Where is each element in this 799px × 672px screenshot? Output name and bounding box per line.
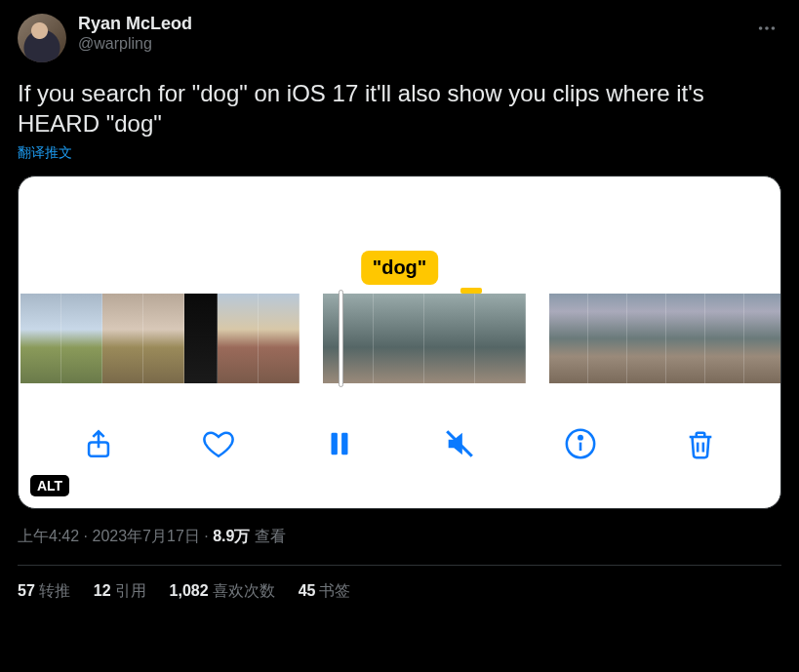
tweet-meta[interactable]: 上午4:42 · 2023年7月17日 · 8.9万 查看 [18,527,781,547]
thumbnail [588,294,627,383]
meta-date: 2023年7月17日 [92,528,199,544]
svg-point-9 [579,436,581,439]
thumbnail [627,294,666,383]
thumbnail [218,294,259,383]
thumbnail [549,294,588,383]
tweet-text: If you search for "dog" on iOS 17 it'll … [18,78,781,138]
display-name: Ryan McLeod [78,14,781,34]
thumbnail [20,294,61,383]
thumbnail [143,294,184,383]
svg-rect-5 [341,433,347,455]
mute-icon[interactable] [443,427,476,464]
meta-views-label: 查看 [255,528,286,544]
user-handle: @warpling [78,35,781,53]
thumbnail [259,294,300,383]
media-inner: "dog" [19,177,780,508]
info-icon[interactable] [564,427,597,464]
clip-group-2[interactable] [323,294,526,383]
search-match-tag: "dog" [361,251,439,285]
clip-group-1[interactable] [20,294,300,383]
share-icon[interactable] [82,427,115,464]
thumbnail [666,294,705,383]
stat-likes[interactable]: 1,082喜欢次数 [170,581,275,602]
svg-rect-4 [331,433,337,455]
translate-link[interactable]: 翻译推文 [18,144,72,162]
heart-icon[interactable] [202,427,235,464]
pause-icon[interactable] [323,427,356,464]
svg-point-2 [772,26,776,30]
more-icon[interactable] [752,14,781,47]
tweet-header: Ryan McLeod @warpling [18,14,781,62]
thumbnail [61,294,102,383]
meta-time: 上午4:42 [18,528,79,544]
timeline-thumbnails[interactable] [19,294,780,383]
divider [18,565,781,566]
thumbnail [475,294,526,383]
thumbnail [705,294,744,383]
meta-views-value: 8.9万 [213,528,250,544]
media-top-area: "dog" [19,177,780,294]
thumbnail [323,294,374,383]
media-card[interactable]: "dog" [18,176,781,509]
thumbnail [184,294,218,383]
tweet-container: Ryan McLeod @warpling If you search for … [0,0,799,615]
trash-icon[interactable] [684,427,717,464]
alt-badge[interactable]: ALT [30,475,69,496]
avatar[interactable] [18,14,66,62]
playhead[interactable] [339,290,343,387]
thumbnail [102,294,143,383]
stat-quotes[interactable]: 12引用 [94,581,146,602]
media-toolbar [19,383,780,508]
user-names[interactable]: Ryan McLeod @warpling [78,14,781,53]
thumbnail [424,294,475,383]
tweet-stats: 57转推 12引用 1,082喜欢次数 45书签 [18,581,781,602]
thumbnail [374,294,424,383]
thumbnail [744,294,781,383]
clip-group-3[interactable] [549,294,781,383]
stat-bookmarks[interactable]: 45书签 [299,581,351,602]
stat-retweets[interactable]: 57转推 [18,581,70,602]
svg-point-0 [759,26,763,30]
svg-point-1 [765,26,769,30]
